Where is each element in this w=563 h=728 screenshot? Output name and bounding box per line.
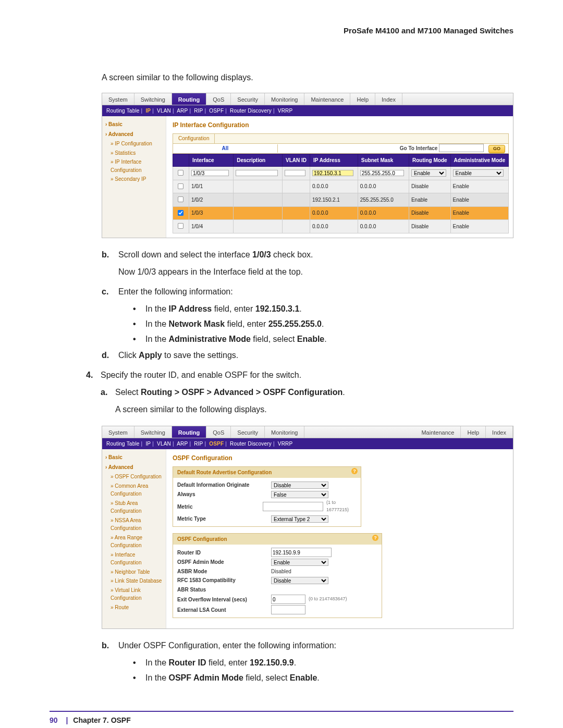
tab-help[interactable]: Help xyxy=(350,93,375,105)
row-checkbox[interactable] xyxy=(178,223,183,229)
nav-area-range[interactable]: » Area Range Configuration xyxy=(111,534,163,550)
config-tab[interactable]: Configuration xyxy=(173,133,215,144)
nav-statistics[interactable]: » Statistics xyxy=(111,149,163,157)
screenshot-ip-interface: System Switching Routing QoS Security Mo… xyxy=(102,93,513,238)
nav-advanced[interactable]: Advanced xyxy=(105,463,163,472)
nav-interface-config[interactable]: » Interface Configuration xyxy=(111,551,163,567)
col-admin-mode: Administrative Mode xyxy=(450,154,508,167)
table-row: 1/0/1 0.0.0.00.0.0.0 DisableEnable xyxy=(173,180,509,193)
intro-text: A screen similar to the following displa… xyxy=(102,71,513,84)
subtab-ip[interactable]: IP xyxy=(145,108,151,114)
sub-tabs: Routing Table| IP| VLAN| ARP| RIP| OSPF|… xyxy=(102,105,513,117)
subtab-arp[interactable]: ARP xyxy=(177,441,188,447)
subtab-ospf[interactable]: OSPF xyxy=(209,441,224,447)
tab-security[interactable]: Security xyxy=(231,93,265,105)
tab-switching[interactable]: Switching xyxy=(134,93,172,105)
tab-routing[interactable]: Routing xyxy=(172,426,207,438)
subnet-mask-input[interactable] xyxy=(360,170,405,176)
select-all-checkbox[interactable] xyxy=(178,170,183,176)
panel-ospf-config: OSPF Configuration? Router ID OSPF Admin… xyxy=(173,533,382,619)
subtab-arp[interactable]: ARP xyxy=(177,108,188,114)
subtab-vlan[interactable]: VLAN xyxy=(157,108,171,114)
external-lsa-count xyxy=(271,605,305,614)
tab-maintenance[interactable]: Maintenance xyxy=(415,426,461,438)
top-tabs: System Switching Routing QoS Security Mo… xyxy=(102,93,513,105)
filter-all[interactable]: All xyxy=(173,144,278,153)
page-number: 90 xyxy=(50,716,58,724)
step-4b: Under OSPF Configuration, enter the foll… xyxy=(118,639,513,684)
help-icon[interactable]: ? xyxy=(372,535,378,541)
tab-qos[interactable]: QoS xyxy=(206,93,231,105)
subtab-ip[interactable]: IP xyxy=(145,441,151,447)
step-d: Click Apply to save the settings. xyxy=(118,349,513,366)
nav-secondary-ip[interactable]: » Secondary IP xyxy=(111,175,163,183)
nav-stub-area[interactable]: » Stub Area Configuration xyxy=(111,499,163,515)
page-footer: 90 | Chapter 7. OSPF xyxy=(50,711,513,724)
row-checkbox[interactable] xyxy=(178,183,183,189)
table-row: 1/0/4 0.0.0.00.0.0.0 DisableEnable xyxy=(173,220,509,233)
router-id-input[interactable] xyxy=(271,548,332,557)
nav-route[interactable]: » Route xyxy=(111,603,163,612)
tab-security[interactable]: Security xyxy=(231,426,265,438)
tab-system[interactable]: System xyxy=(102,93,134,105)
ospf-admin-mode-select[interactable]: Enable xyxy=(271,559,328,566)
nav-ip-iface-config[interactable]: » IP Interface Configuration xyxy=(111,158,163,174)
default-info-originate-select[interactable]: Disable xyxy=(271,482,328,489)
tab-switching[interactable]: Switching xyxy=(134,426,172,438)
subtab-vlan[interactable]: VLAN xyxy=(157,441,171,447)
subtab-router-discovery[interactable]: Router Discovery xyxy=(230,441,272,447)
table-row: 1/0/2 192.150.2.1255.255.255.0 EnableEna… xyxy=(173,193,509,207)
running-header: ProSafe M4100 and M7100 Managed Switches xyxy=(50,26,513,35)
tab-index[interactable]: Index xyxy=(375,93,402,105)
nav-ip-config[interactable]: » IP Configuration xyxy=(111,140,163,148)
tab-system[interactable]: System xyxy=(102,426,134,438)
metric-type-select[interactable]: External Type 2 xyxy=(271,515,328,523)
nav-common-area[interactable]: » Common Area Configuration xyxy=(111,482,163,498)
tab-routing[interactable]: Routing xyxy=(172,93,207,105)
subtab-ospf[interactable]: OSPF xyxy=(209,108,224,114)
subtab-rip[interactable]: RIP xyxy=(194,108,203,114)
col-subnet-mask: Subnet Mask xyxy=(358,154,409,167)
tab-monitoring[interactable]: Monitoring xyxy=(265,93,304,105)
rfc1583-select[interactable]: Disable xyxy=(271,577,328,584)
vlan-id-input[interactable] xyxy=(285,170,305,176)
row-checkbox[interactable] xyxy=(178,210,183,216)
subtab-router-discovery[interactable]: Router Discovery xyxy=(230,108,272,114)
tab-qos[interactable]: QoS xyxy=(206,426,231,438)
nav-basic[interactable]: Basic xyxy=(105,453,163,462)
always-select[interactable]: False xyxy=(271,491,328,498)
subtab-routing-table[interactable]: Routing Table xyxy=(106,441,140,447)
nav-basic[interactable]: Basic xyxy=(105,120,163,129)
tab-help[interactable]: Help xyxy=(461,426,486,438)
subtab-rip[interactable]: RIP xyxy=(194,441,203,447)
description-input[interactable] xyxy=(236,170,278,176)
tab-monitoring[interactable]: Monitoring xyxy=(265,426,304,438)
routing-mode-select[interactable]: Enable xyxy=(411,169,446,177)
panel-title: IP Interface Configuration xyxy=(173,120,509,130)
nav-nssa-area[interactable]: » NSSA Area Configuration xyxy=(111,516,163,533)
go-button[interactable]: GO xyxy=(488,145,505,153)
subtab-vrrp[interactable]: VRRP xyxy=(278,441,293,447)
metric-input[interactable] xyxy=(263,502,323,511)
nav-virtual-link[interactable]: » Virtual Link Configuration xyxy=(111,586,163,602)
nav-ospf-config[interactable]: » OSPF Configuration xyxy=(111,473,163,481)
exit-overflow-input[interactable] xyxy=(271,595,305,604)
tab-index[interactable]: Index xyxy=(486,426,513,438)
interface-input[interactable] xyxy=(191,170,229,176)
subtab-routing-table[interactable]: Routing Table xyxy=(106,108,140,114)
step-c: Enter the following information: •In the… xyxy=(118,286,513,346)
admin-mode-select[interactable]: Enable xyxy=(453,169,504,177)
goto-interface-input[interactable] xyxy=(439,144,484,152)
tab-maintenance[interactable]: Maintenance xyxy=(304,93,350,105)
nav-advanced[interactable]: Advanced xyxy=(105,130,163,139)
row-checkbox[interactable] xyxy=(178,196,183,202)
left-nav: Basic Advanced » OSPF Configuration » Co… xyxy=(102,449,166,628)
nav-link-state-db[interactable]: » Link State Database xyxy=(111,577,163,585)
ip-address-input[interactable] xyxy=(312,170,353,176)
step-b: Scroll down and select the interface 1/0… xyxy=(118,249,513,283)
col-description: Description xyxy=(234,154,283,167)
help-icon[interactable]: ? xyxy=(351,468,358,474)
subtab-vrrp[interactable]: VRRP xyxy=(278,108,293,114)
nav-neighbor-table[interactable]: » Neighbor Table xyxy=(111,568,163,576)
interface-table: Interface Description VLAN ID IP Address… xyxy=(173,154,509,233)
